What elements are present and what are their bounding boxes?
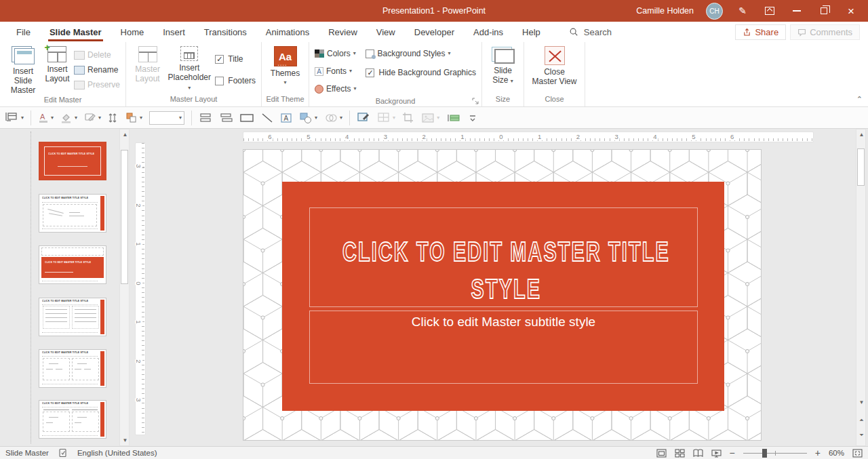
zoom-slider-thumb[interactable] (762, 449, 767, 458)
slide-canvas[interactable]: CLICK TO EDIT MASTER TITLE STYLE Click t… (243, 149, 762, 441)
hide-background-graphics-checkbox[interactable]: ✓ Hide Background Graphics (366, 65, 475, 80)
slide-thumbnail-3[interactable]: CLICK TO EDIT MASTER TITLE STYLE (39, 245, 106, 284)
distribute-rows-icon[interactable] (199, 113, 212, 123)
tab-insert[interactable]: Insert (153, 22, 195, 42)
title-checkbox[interactable]: ✓ Title (215, 52, 256, 66)
avatar[interactable]: CH (706, 3, 723, 20)
fit-slide-to-window-icon[interactable] (852, 449, 863, 458)
insert-placeholder-button[interactable]: InsertPlaceholder ▾ (166, 46, 212, 92)
line-shape-icon[interactable] (261, 113, 273, 123)
close-button[interactable]: × (844, 3, 859, 18)
status-language[interactable]: English (United States) (77, 449, 157, 457)
search-box[interactable]: Search (569, 22, 612, 42)
distribute-columns-icon[interactable] (219, 113, 233, 123)
thumbnail-scrollbar-thumb[interactable] (121, 150, 128, 284)
themes-button[interactable]: Aa Themes ▾ (267, 46, 303, 85)
scroll-up-icon[interactable]: ▲ (856, 129, 867, 140)
recolor-icon[interactable]: ▾ (125, 112, 142, 124)
tab-home[interactable]: Home (111, 22, 154, 42)
slide-thumbnail-6[interactable]: CLICK TO EDIT MASTER TITLE STYLE (39, 400, 106, 439)
scroll-down-icon[interactable]: ▼ (120, 435, 130, 445)
collapse-ribbon-button[interactable]: ⌃ (856, 95, 863, 104)
tab-transitions[interactable]: Transitions (195, 22, 256, 42)
vruler-number: 2 (135, 203, 142, 207)
slideshow-view-icon[interactable] (711, 449, 722, 458)
slide-thumbnail-2[interactable]: CLICK TO EDIT MASTER TITLE STYLE (39, 194, 106, 233)
slide-title-text[interactable]: CLICK TO EDIT MASTER TITLE STYLE (313, 233, 699, 308)
tab-animations[interactable]: Animations (256, 22, 319, 42)
font-color-icon[interactable]: A ▾ (38, 112, 54, 124)
comments-button[interactable]: Comments (790, 24, 860, 40)
slide-area-scrollbar[interactable]: ▲ ▼ ⏶ ⏷ (856, 129, 866, 446)
thumbnail-panel-scrollbar[interactable]: ▲ ▼ (119, 129, 130, 446)
ribbon-display-options-icon[interactable] (762, 3, 777, 18)
slide-size-button[interactable]: SlideSize ▾ (488, 46, 518, 85)
vertical-ruler: 3210123 (135, 142, 146, 435)
slide-thumbnail-4[interactable]: CLICK TO EDIT MASTER TITLE STYLE (39, 298, 106, 336)
footers-checkbox[interactable]: Footers (215, 73, 256, 88)
shapes-icon[interactable]: ▾ (299, 112, 317, 124)
share-button[interactable]: Share (735, 24, 786, 40)
table-grid-icon[interactable]: ▾ (377, 112, 395, 124)
master-layout-button[interactable]: MasterLayout (132, 46, 163, 83)
slide-scrollbar-thumb[interactable] (857, 148, 865, 186)
insert-slide-master-button[interactable]: Insert SlideMaster (5, 46, 41, 95)
object-alignment-icon[interactable]: ▾ (5, 112, 24, 124)
zoom-in-button[interactable]: + (815, 447, 821, 458)
inking-icon[interactable]: ✎ (735, 3, 750, 18)
tab-file[interactable]: File (7, 22, 40, 42)
rectangle-shape-icon[interactable] (239, 113, 254, 123)
line-spacing-icon[interactable] (108, 112, 119, 124)
tab-add-ins[interactable]: Add-ins (464, 22, 513, 42)
merge-shapes-icon[interactable]: ▾ (324, 112, 342, 124)
reading-view-icon[interactable] (693, 449, 703, 458)
tab-slide-master[interactable]: Slide Master (40, 22, 111, 42)
hruler-number: 2 (421, 133, 427, 140)
scroll-down-icon[interactable]: ▼ (856, 397, 867, 407)
next-slide-icon[interactable]: ⏷ (856, 430, 867, 440)
crop-icon[interactable] (402, 112, 414, 124)
hruler-number: 3 (614, 133, 620, 140)
edit-picture-icon[interactable] (357, 112, 370, 124)
background-styles-button[interactable]: Background Styles▾ (366, 46, 475, 61)
rename-button[interactable]: Rename (74, 62, 120, 77)
minimize-button[interactable] (789, 3, 804, 18)
fonts-button[interactable]: A Fonts▾ (315, 64, 356, 79)
vruler-number: 3 (135, 164, 142, 167)
preserve-button[interactable]: Preserve (74, 77, 120, 92)
zoom-slider[interactable] (743, 453, 807, 454)
hide-background-graphics-box: ✓ (366, 68, 374, 77)
slide-subtitle-text[interactable]: Click to edit Master subtitle style (309, 315, 698, 330)
scroll-up-icon[interactable]: ▲ (120, 129, 130, 140)
pen-outline-icon[interactable]: ▾ (84, 112, 101, 124)
tab-help[interactable]: Help (513, 22, 550, 42)
slide-thumbnail-5[interactable]: CLICK TO EDIT MASTER TITLE STYLE (39, 349, 106, 388)
font-combobox[interactable]: ▾ (149, 111, 184, 125)
picture-icon[interactable]: ▾ (421, 113, 439, 123)
spell-check-icon[interactable] (58, 448, 68, 458)
more-commands-icon[interactable] (468, 113, 477, 123)
shape-fill-icon[interactable]: ▾ (60, 112, 77, 124)
zoom-level[interactable]: 60% (829, 449, 844, 457)
restore-button[interactable] (816, 3, 831, 18)
slide-sorter-view-icon[interactable] (675, 449, 685, 458)
effects-button[interactable]: Effects▾ (315, 81, 356, 96)
previous-slide-icon[interactable]: ⏶ (856, 415, 867, 425)
thumbnail-2-title: CLICK TO EDIT MASTER TITLE STYLE (42, 197, 102, 199)
tab-developer[interactable]: Developer (405, 22, 464, 42)
normal-view-icon[interactable] (656, 449, 667, 458)
delete-button[interactable]: Delete (74, 47, 120, 62)
insert-layout-button[interactable]: + InsertLayout (43, 46, 71, 83)
colors-button[interactable]: Colors▾ (315, 46, 356, 61)
background-dialog-launcher-icon[interactable] (472, 98, 479, 105)
slide-size-icon (494, 49, 515, 64)
text-box-icon[interactable]: A (280, 113, 292, 123)
zoom-out-button[interactable]: − (730, 447, 735, 458)
close-master-view-button[interactable]: CloseMaster View (530, 46, 579, 86)
slide-thumbnail-1[interactable]: CLICK TO EDIT MASTER TITLE STYLE (39, 142, 106, 180)
tab-view[interactable]: View (367, 22, 405, 42)
tab-review[interactable]: Review (319, 22, 367, 42)
placeholder-table-icon[interactable] (446, 113, 461, 123)
preserve-icon (74, 81, 85, 89)
user-name[interactable]: Camille Holden (636, 6, 694, 16)
